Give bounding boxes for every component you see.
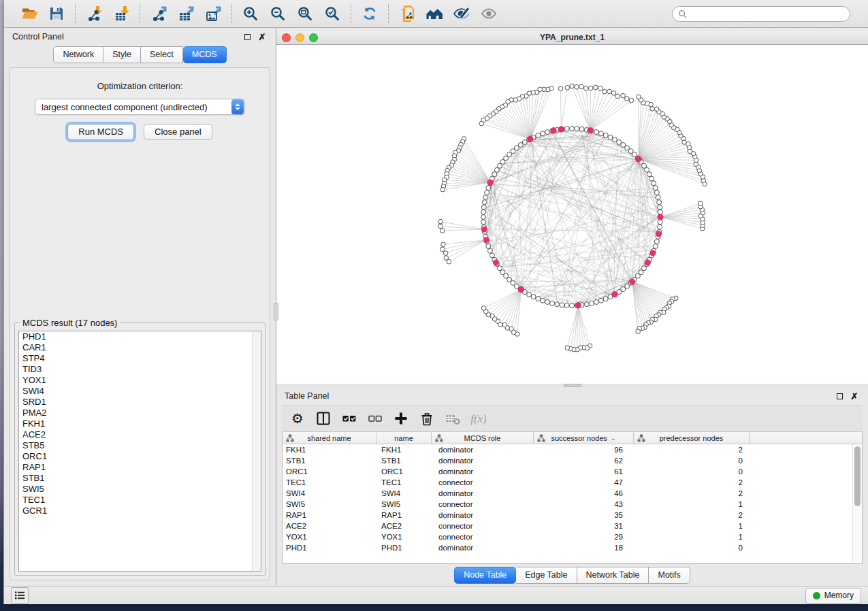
mcds-result-item[interactable]: RAP1 [19,462,261,473]
memory-button[interactable]: Memory [805,588,861,604]
tab-edge-table[interactable]: Edge Table [516,567,577,584]
network-document-icon[interactable] [398,5,417,22]
close-icon: ✗ [259,33,266,42]
mcds-result-item[interactable]: TEC1 [19,495,261,506]
task-history-button[interactable] [11,587,29,604]
table-close-button[interactable]: ✗ [849,391,860,401]
export-network-icon[interactable] [149,5,168,22]
home-icon[interactable] [425,5,444,22]
mcds-result-item[interactable]: TID3 [19,364,261,375]
run-mcds-button[interactable]: Run MCDS [67,124,134,140]
mcds-result-item[interactable]: SWI5 [19,484,261,495]
select-all-icon[interactable] [339,408,359,429]
mcds-result-item[interactable]: GCR1 [19,506,261,516]
mcds-result-group: MCDS result (17 nodes) PHD1CAR1STP4TID3Y… [14,323,266,576]
zoom-out-icon[interactable] [268,5,287,22]
mcds-result-item[interactable]: ORC1 [19,451,261,462]
deselect-all-icon[interactable] [365,408,385,429]
mcds-result-item[interactable]: STP4 [19,353,261,364]
close-panel-button[interactable]: ✗ [257,31,268,42]
mcds-result-item[interactable]: PHD1 [19,331,261,342]
table-row[interactable]: TEC1TEC1connector472 [283,477,852,488]
tab-node-table[interactable]: Node Table [454,567,516,584]
memory-label: Memory [824,591,854,600]
import-table-icon[interactable] [112,5,131,22]
table-row[interactable]: ACE2ACE2connector311 [283,521,852,531]
delete-column-icon[interactable] [417,408,437,429]
column-header-shared-name[interactable]: shared name [283,432,376,444]
open-file-icon[interactable] [20,5,39,22]
table-row[interactable]: FKH1FKH1dominator962 [283,444,852,455]
table-row[interactable]: STB1STB1dominator620 [283,455,852,466]
result-list-scrollbar[interactable] [252,331,261,571]
table-row[interactable]: SWI5SWI5connector431 [283,499,852,510]
column-header-successor-nodes[interactable]: successor nodes⌄ [534,432,634,444]
table-float-button[interactable] [834,391,845,401]
sort-desc-icon: ⌄ [611,435,616,442]
vertical-splitter-handle[interactable] [274,303,278,320]
tab-network[interactable]: Network [53,46,103,63]
mcds-result-item[interactable]: YOX1 [19,375,261,386]
splitter-grab-handle[interactable] [564,384,581,387]
tab-network-table[interactable]: Network Table [577,567,649,584]
table-scrollbar[interactable] [852,444,862,563]
svg-text:f(x): f(x) [471,412,486,425]
mcds-result-item[interactable]: CAR1 [19,342,261,353]
column-header-name[interactable]: name [376,432,432,444]
memory-status-icon [813,592,820,599]
export-image-icon[interactable] [204,5,223,22]
mcds-result-item[interactable]: STB1 [19,473,261,484]
refresh-icon[interactable] [360,5,379,22]
search-input[interactable] [690,9,844,18]
mcds-result-item[interactable]: SRD1 [19,397,261,408]
network-canvas[interactable] [276,45,868,384]
float-panel-button[interactable] [242,31,253,42]
zoom-fit-icon[interactable] [295,5,315,22]
delete-table-icon [443,408,463,429]
mcds-result-item[interactable]: SWI4 [19,386,261,397]
eye-annotate-icon[interactable] [452,5,471,22]
eye-icon[interactable] [479,5,498,22]
mcds-result-item[interactable]: PMA2 [19,408,261,418]
settings-icon[interactable]: ⚙ [287,408,308,429]
mcds-result-item[interactable]: ACE2 [19,429,261,440]
search-box [672,6,850,22]
table-row[interactable]: RAP1RAP1dominator352 [283,510,852,521]
tab-select[interactable]: Select [141,46,183,63]
column-header-predecessor-nodes[interactable]: predecessor nodes [634,432,750,444]
window-zoom-button[interactable] [309,33,318,42]
table-row[interactable]: PHD1PHD1dominator180 [283,542,852,553]
mcds-result-list[interactable]: PHD1CAR1STP4TID3YOX1SWI4SRD1PMA2FKH1ACE2… [18,331,261,572]
import-network-icon[interactable] [84,5,103,22]
network-titlebar: YPA_prune.txt_1 [276,31,868,45]
horizontal-splitter[interactable] [276,384,868,387]
window-close-button[interactable] [282,33,291,42]
optimization-criterion-select[interactable]: largest connected component (undirected) [35,99,245,115]
zoom-in-icon[interactable] [241,5,260,22]
mcds-tab-content: Optimization criterion: largest connecte… [10,67,270,580]
float-icon [244,34,251,40]
save-session-icon[interactable] [47,5,66,22]
application-window: Control Panel ✗ NetworkStyleSelectMCDS O… [3,0,868,604]
mcds-result-item[interactable]: STB5 [19,440,261,451]
close-panel-action-button[interactable]: Close panel [144,124,212,140]
zoom-selected-icon[interactable] [323,5,342,22]
add-column-icon[interactable] [391,408,411,429]
scrollbar-thumb[interactable] [854,446,861,506]
close-icon: ✗ [851,392,858,401]
table-row[interactable]: SWI4SWI4dominator462 [283,488,852,499]
control-panel-header: Control Panel ✗ [4,28,276,46]
tab-mcds[interactable]: MCDS [183,46,227,63]
table-row[interactable]: ORC1ORC1dominator610 [283,466,852,477]
control-panel: Control Panel ✗ NetworkStyleSelectMCDS O… [4,28,276,586]
table-body: FKH1FKH1dominator962STB1STB1dominator620… [283,444,852,563]
show-columns-icon[interactable] [313,408,334,429]
mcds-result-item[interactable]: FKH1 [19,418,261,429]
tab-motifs[interactable]: Motifs [649,567,690,584]
svg-text:⚙: ⚙ [291,411,304,426]
export-table-icon[interactable] [176,5,195,22]
window-minimize-button[interactable] [295,33,304,42]
tab-style[interactable]: Style [103,46,141,63]
table-row[interactable]: YOX1YOX1connector291 [283,531,852,542]
column-header-MCDS-role[interactable]: MCDS role [432,432,534,444]
